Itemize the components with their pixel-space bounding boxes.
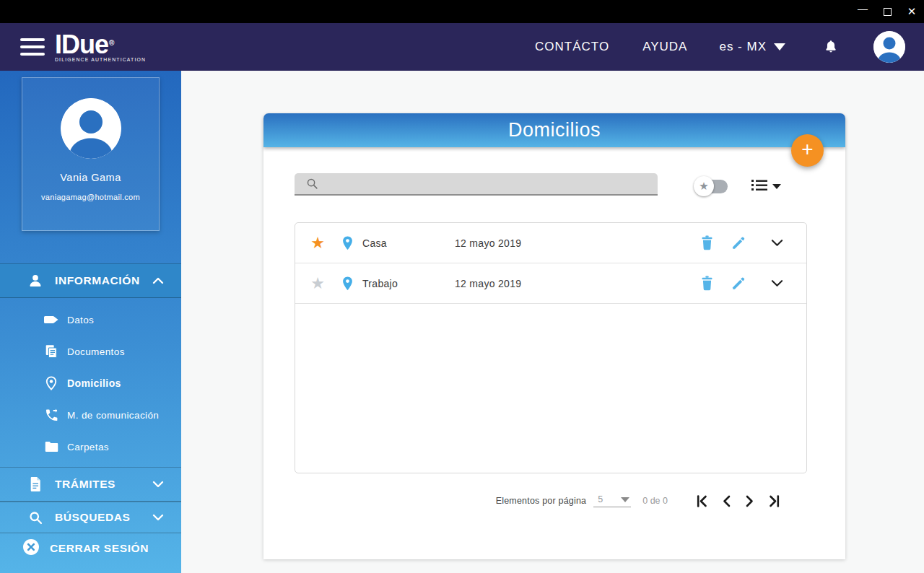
sidebar-item-m-de-comunicacion[interactable]: M. de comunicación [0, 399, 181, 431]
chevron-down-icon [621, 497, 629, 502]
search-icon [26, 510, 45, 525]
window-maximize-button[interactable] [875, 0, 899, 23]
row-name: Casa [362, 237, 455, 249]
person-icon [26, 273, 45, 289]
section-label: TRÁMITES [55, 478, 116, 491]
registered-mark: ® [109, 39, 113, 47]
search-icon [306, 178, 318, 190]
chevron-up-icon [152, 277, 164, 284]
row-date: 12 mayo 2019 [455, 237, 521, 249]
view-selector[interactable] [751, 179, 781, 194]
list-view-icon [751, 179, 767, 194]
sidebar-item-domicilios[interactable]: Domicilios [0, 367, 181, 399]
profile-card: Vania Gama vaniagamag@hotmail.com [22, 77, 160, 231]
logo-tagline: DILIGENCE AUTHENTICATION [55, 57, 146, 62]
delete-trash-icon[interactable] [699, 235, 715, 251]
edit-pencil-icon[interactable] [731, 276, 746, 292]
sidebar: Vania Gama vaniagamag@hotmail.com INFORM… [0, 71, 181, 573]
chevron-down-icon [152, 514, 164, 521]
list-row-trabajo[interactable]: ★ Trabajo 12 mayo 2019 [295, 263, 806, 304]
row-actions [699, 275, 806, 292]
row-actions [699, 235, 806, 251]
section-label: BÚSQUEDAS [55, 511, 130, 524]
pagination: Elementos por página 5 0 de 0 [263, 494, 780, 507]
notifications-bell-icon[interactable] [823, 38, 839, 56]
profile-email: vaniagamag@hotmail.com [41, 193, 140, 201]
location-pin-icon [341, 235, 354, 251]
window-minimize-button[interactable]: — [850, 0, 875, 23]
page-title: Domicilios [508, 119, 601, 141]
first-page-button[interactable] [697, 495, 707, 507]
list-row-casa[interactable]: ★ Casa 12 mayo 2019 [295, 223, 806, 263]
sidebar-item-label: M. de comunicación [67, 410, 159, 421]
chevron-down-icon [772, 184, 781, 189]
chevron-down-icon [152, 481, 164, 488]
os-titlebar: — ✕ [0, 0, 924, 23]
logout-button[interactable]: CERRAR SESIÓN [0, 533, 181, 564]
logout-circle-x-icon [22, 538, 40, 559]
page-size-label: Elementos por página [496, 496, 587, 506]
sidebar-item-carpetas[interactable]: Carpetas [0, 431, 181, 463]
last-page-button[interactable] [769, 495, 780, 507]
favorites-filter-toggle[interactable]: ★ [694, 176, 728, 196]
documents-icon [42, 344, 61, 359]
expand-chevron-icon[interactable] [771, 239, 783, 247]
sidebar-section-tramites[interactable]: TRÁMITES [0, 467, 181, 502]
sidebar-item-label: Documentos [67, 346, 125, 357]
app-window: — ✕ IDue® DILIGENCE AUTHENTICATION CONTÁ… [0, 0, 924, 573]
sidebar-item-label: Datos [67, 315, 94, 325]
add-domicilio-button[interactable]: + [791, 134, 824, 167]
logo-brand: IDue® [55, 32, 146, 57]
sidebar-item-label: Domicilios [67, 377, 121, 389]
card-header: Domicilios [263, 113, 845, 147]
app-header: IDue® DILIGENCE AUTHENTICATION CONTÁCTO … [0, 23, 924, 71]
edit-pencil-icon[interactable] [731, 235, 746, 251]
section-items: Datos Documentos Domicilios [0, 298, 181, 467]
favorite-star-icon[interactable]: ★ [308, 276, 327, 292]
main-content: Domicilios + ★ [181, 71, 924, 573]
card-arrow-icon [42, 315, 61, 325]
search-box [295, 173, 658, 196]
app-logo: IDue® DILIGENCE AUTHENTICATION [55, 32, 146, 62]
profile-avatar [61, 98, 121, 159]
delete-trash-icon[interactable] [699, 275, 715, 292]
page-size-value: 5 [598, 494, 603, 504]
card-body: ★ ★ Casa 12 mayo 2019 [263, 147, 845, 559]
sidebar-item-datos[interactable]: Datos [0, 304, 181, 336]
expand-chevron-icon[interactable] [771, 279, 783, 287]
sidebar-item-label: Carpetas [67, 442, 109, 452]
page-size-select[interactable]: 5 [593, 494, 631, 507]
menu-hamburger-icon[interactable] [20, 38, 45, 56]
logout-label: CERRAR SESIÓN [50, 542, 149, 555]
pagination-nav [697, 495, 780, 507]
sidebar-section-informacion[interactable]: INFORMACIÓN [0, 263, 181, 298]
section-label: INFORMACIÓN [55, 274, 140, 287]
favorite-star-icon[interactable]: ★ [308, 235, 327, 251]
nav-ayuda[interactable]: AYUDA [642, 40, 687, 54]
star-icon: ★ [694, 176, 714, 196]
row-name: Trabajo [362, 278, 455, 289]
sidebar-section-busquedas[interactable]: BÚSQUEDAS [0, 502, 181, 533]
location-pin-icon [341, 276, 354, 292]
previous-page-button[interactable] [723, 495, 731, 507]
folder-icon [42, 440, 61, 453]
chevron-down-icon [774, 43, 785, 51]
profile-name: Vania Gama [60, 172, 121, 183]
window-close-button[interactable]: ✕ [899, 0, 924, 23]
row-date: 12 mayo 2019 [455, 278, 521, 289]
sidebar-nav: INFORMACIÓN Datos Documentos [0, 263, 181, 564]
sidebar-item-documentos[interactable]: Documentos [0, 336, 181, 367]
close-icon: ✕ [907, 5, 917, 18]
phone-icon [42, 408, 61, 423]
next-page-button[interactable] [746, 495, 754, 507]
user-avatar[interactable] [873, 31, 905, 63]
maximize-icon [884, 8, 892, 16]
nav-contacto[interactable]: CONTÁCTO [535, 40, 609, 54]
domicilios-list: ★ Casa 12 mayo 2019 [295, 222, 807, 473]
location-pin-icon [42, 375, 61, 391]
page-range: 0 de 0 [642, 496, 668, 506]
search-input[interactable] [324, 178, 658, 190]
document-icon [26, 476, 45, 492]
language-selector[interactable]: es - MX [719, 40, 785, 54]
header-nav: CONTÁCTO AYUDA es - MX [535, 31, 924, 63]
